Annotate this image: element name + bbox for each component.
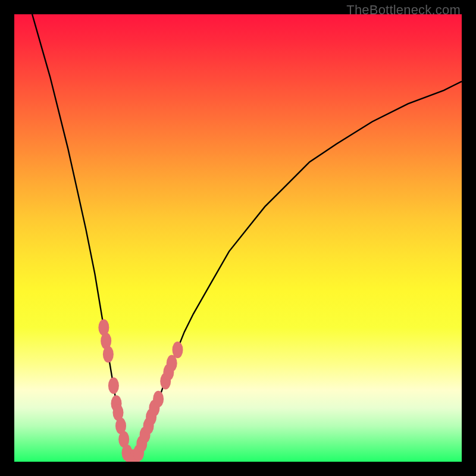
outer-frame: TheBottleneck.com bbox=[0, 0, 476, 476]
sample-marker bbox=[153, 391, 164, 408]
watermark-text: TheBottleneck.com bbox=[346, 2, 461, 18]
sample-marker bbox=[173, 342, 183, 358]
sample-markers-group bbox=[98, 319, 183, 462]
sample-marker bbox=[108, 377, 119, 394]
plot-area bbox=[14, 14, 462, 462]
sample-marker bbox=[103, 346, 114, 363]
chart-svg bbox=[14, 14, 462, 462]
bottleneck-curve bbox=[32, 14, 462, 458]
